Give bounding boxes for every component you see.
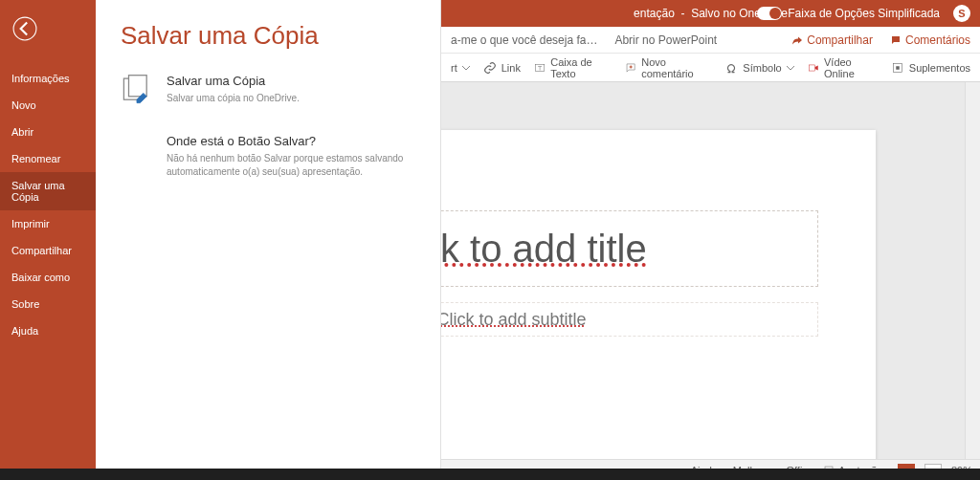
toolbar-symbol[interactable]: Símbolo	[724, 61, 793, 75]
toolbar-new-comment[interactable]: Novo comentário	[625, 56, 711, 79]
comment-icon	[890, 34, 902, 46]
toolbar-rt-label: rt	[451, 62, 457, 74]
toolbar-textbox[interactable]: Caixa de Texto	[534, 56, 612, 79]
toolbar-link-label: Link	[501, 62, 521, 74]
rail-item-salvar-copia[interactable]: Salvar uma Cópia	[0, 172, 96, 210]
where-save-title: Onde está o Botão Salvar?	[167, 134, 415, 148]
ribbon-row-tabs: a-me o que você deseja fa… Abrir no Powe…	[441, 27, 980, 54]
comments-label: Comentários	[905, 33, 970, 47]
rail-item-abrir[interactable]: Abrir	[0, 119, 96, 145]
tell-me-input[interactable]: a-me o que você deseja fa…	[451, 33, 597, 47]
share-label: Compartilhar	[807, 33, 873, 47]
symbol-icon	[724, 61, 738, 75]
rail-bottom-strip	[0, 469, 96, 480]
toolbar-symbol-label: Símbolo	[743, 62, 781, 74]
chevron-down-icon	[462, 64, 470, 72]
slide-workspace: Click to add title Click to add subtitle	[441, 82, 980, 459]
svg-rect-1	[809, 64, 814, 70]
rail-item-baixar-como[interactable]: Baixar como	[0, 264, 96, 291]
ribbon-toolbar: rt Link Caixa de Texto Novo comentário S…	[441, 54, 980, 82]
save-copy-title: Salvar uma Cópia	[167, 74, 300, 88]
title-sep: -	[678, 7, 691, 20]
panel-heading: Salvar uma Cópia	[121, 21, 415, 51]
vertical-scrollbar[interactable]	[965, 82, 980, 459]
open-in-desktop-link[interactable]: Abrir no PowerPoint	[614, 33, 717, 47]
simplified-ribbon-label: Faixa de Opções Simplificada	[788, 7, 940, 20]
title-placeholder[interactable]: Click to add title	[441, 210, 818, 287]
rail-item-informacoes[interactable]: Informações	[0, 65, 96, 92]
svg-rect-3	[896, 66, 900, 70]
rail-item-ajuda[interactable]: Ajuda	[0, 317, 96, 344]
subtitle-placeholder[interactable]: Click to add subtitle	[441, 302, 818, 337]
backstage-rail: Informações Novo Abrir Renomear Salvar u…	[0, 0, 96, 469]
rail-item-compartilhar[interactable]: Compartilhar	[0, 237, 96, 264]
share-button[interactable]: Compartilhar	[791, 33, 873, 47]
rail-item-novo[interactable]: Novo	[0, 92, 96, 119]
simplified-ribbon-toggle[interactable]: Faixa de Opções Simplificada	[757, 7, 940, 20]
video-icon	[808, 61, 819, 75]
backstage-panel: Salvar uma Cópia Salvar uma Cópia Salvar…	[96, 0, 441, 469]
slide-canvas[interactable]: Click to add title Click to add subtitle	[441, 130, 876, 459]
toolbar-link[interactable]: Link	[483, 61, 521, 75]
where-save-entry: Onde está o Botão Salvar? Não há nenhum …	[121, 134, 415, 178]
addins-icon	[891, 61, 904, 75]
comments-button[interactable]: Comentários	[890, 33, 970, 47]
chevron-down-icon	[787, 64, 794, 72]
rail-item-sobre[interactable]: Sobre	[0, 291, 96, 317]
back-arrow-icon	[12, 16, 37, 41]
rail-item-imprimir[interactable]: Imprimir	[0, 210, 96, 237]
document-title: entação	[634, 7, 675, 20]
title-bar: entação - Salvo no OneDrive Faixa de Opç…	[441, 0, 980, 27]
toolbar-addins-label: Suplementos	[909, 62, 970, 74]
svg-point-5	[13, 17, 36, 40]
bottom-strip	[96, 469, 980, 480]
share-icon	[791, 34, 803, 46]
save-copy-desc: Salvar uma cópia no OneDrive.	[167, 92, 300, 105]
toolbar-new-comment-label: Novo comentário	[641, 56, 711, 79]
toolbar-addins[interactable]: Suplementos	[891, 61, 970, 75]
back-button[interactable]	[6, 10, 44, 48]
rail-item-renomear[interactable]: Renomear	[0, 145, 96, 172]
save-copy-entry[interactable]: Salvar uma Cópia Salvar uma cópia no One…	[121, 74, 415, 109]
skype-icon[interactable]: S	[953, 5, 970, 22]
textbox-icon	[534, 61, 546, 75]
save-copy-icon	[121, 74, 153, 109]
link-icon	[483, 61, 497, 75]
toolbar-online-video-label: Vídeo Online	[824, 56, 878, 79]
where-save-desc: Não há nenhum botão Salvar porque estamo…	[167, 152, 415, 178]
toolbar-rt[interactable]: rt	[451, 62, 470, 74]
toolbar-textbox-label: Caixa de Texto	[550, 56, 612, 79]
toolbar-online-video[interactable]: Vídeo Online	[808, 56, 878, 79]
new-comment-icon	[625, 61, 636, 75]
